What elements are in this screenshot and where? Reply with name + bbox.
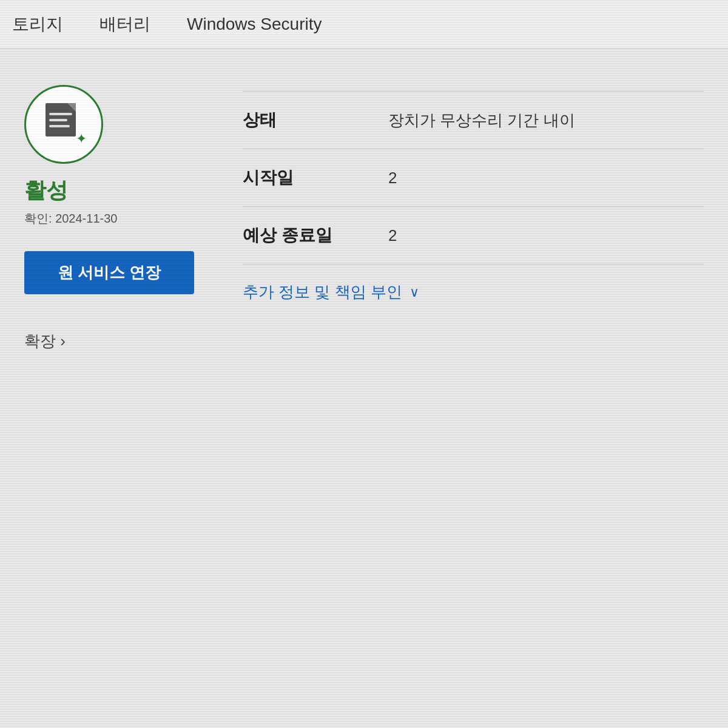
left-panel: ✦ 활성 확인: 2024-11-30 원 서비스 연장 확장 <box>24 85 194 352</box>
start-date-row: 시작일 2 <box>243 149 704 207</box>
expand-link[interactable]: 확장 <box>24 331 66 352</box>
end-date-label: 예상 종료일 <box>243 224 388 247</box>
top-bar: 토리지 배터리 Windows Security <box>0 0 728 49</box>
doc-lines-shape <box>46 103 76 136</box>
chevron-down-icon: ∨ <box>410 285 419 300</box>
doc-line-3 <box>49 125 70 127</box>
active-status-label: 활성 <box>24 176 68 206</box>
end-date-row: 예상 종료일 2 <box>243 207 704 265</box>
topbar-item-storage: 토리지 <box>12 13 63 36</box>
extend-service-button[interactable]: 원 서비스 연장 <box>24 251 194 294</box>
doc-line-2 <box>49 119 67 121</box>
additional-info-label: 추가 정보 및 책임 부인 <box>243 281 402 303</box>
start-date-label: 시작일 <box>243 166 388 189</box>
last-check-date-value: 2024-11-30 <box>55 212 117 225</box>
end-date-value: 2 <box>388 226 704 245</box>
last-check-date: 확인: 2024-11-30 <box>24 211 117 227</box>
main-content: ✦ 활성 확인: 2024-11-30 원 서비스 연장 확장 상태 장치가 무… <box>0 49 728 376</box>
start-date-value: 2 <box>388 169 704 187</box>
status-label: 상태 <box>243 109 388 132</box>
topbar-item-battery: 배터리 <box>99 13 150 36</box>
sparkle-icon: ✦ <box>76 131 87 147</box>
document-icon: ✦ <box>46 103 82 146</box>
status-value: 장치가 무상수리 기간 내이 <box>388 110 704 131</box>
additional-info-row[interactable]: 추가 정보 및 책임 부인 ∨ <box>243 265 704 320</box>
doc-line-1 <box>49 113 72 115</box>
status-icon-container: ✦ <box>24 85 103 164</box>
topbar-item-windows-security: Windows Security <box>187 15 322 34</box>
status-row: 상태 장치가 무상수리 기간 내이 <box>243 91 704 149</box>
last-check-prefix: 확인: <box>24 212 55 225</box>
right-panel: 상태 장치가 무상수리 기간 내이 시작일 2 예상 종료일 2 추가 정보 및… <box>243 85 704 352</box>
